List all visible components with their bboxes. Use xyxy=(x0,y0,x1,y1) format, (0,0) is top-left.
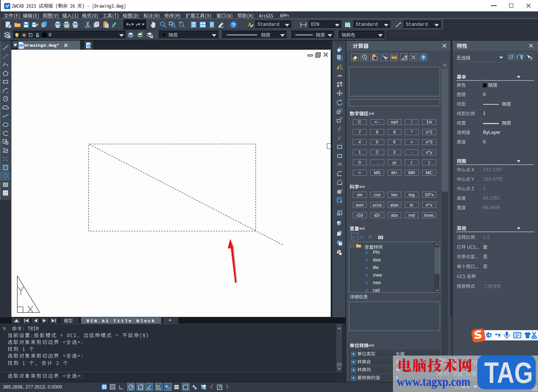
svg-text:?: ? xyxy=(422,55,424,60)
svg-text:?: ? xyxy=(232,22,235,28)
svg-text:A: A xyxy=(3,191,6,195)
svg-text:DWG: DWG xyxy=(18,45,24,47)
svg-text:x: x xyxy=(359,244,361,248)
